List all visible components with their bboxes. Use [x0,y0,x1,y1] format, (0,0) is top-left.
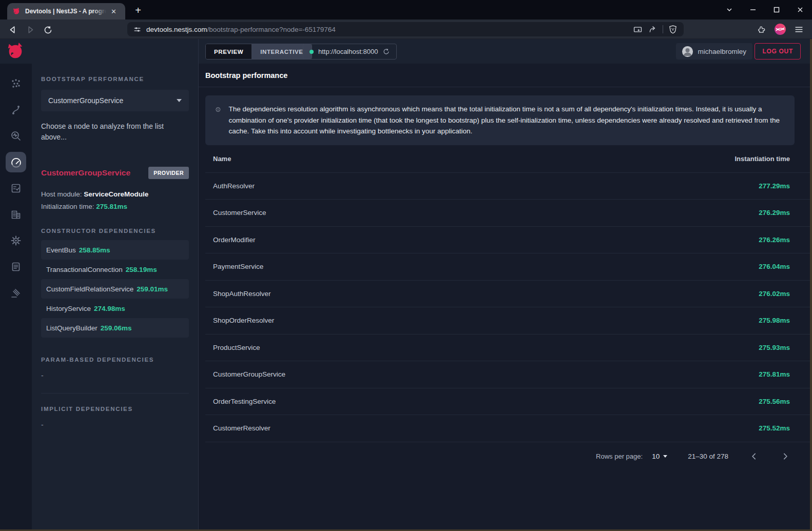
dependency-time: 259.01ms [137,285,168,293]
app-header: PREVIEW INTERACTIVE http://localhost:800… [0,39,810,64]
graph-nodes-icon[interactable] [6,73,26,94]
url-text: devtools.nestjs.com/bootstrap-performanc… [146,26,336,33]
row-time: 275.56ms [759,398,790,405]
node-select-value: CustomerGroupService [48,96,177,105]
dependency-item[interactable]: TransactionalConnection 258.19ms [41,260,189,279]
info-text: The dependencies resolution algorithm is… [229,104,784,137]
modules-icon[interactable] [6,204,26,225]
chevron-down-icon [177,99,182,102]
tab-close-icon[interactable]: ✕ [111,8,117,15]
implicit-deps-title: IMPLICIT DEPENDENCIES [41,406,189,412]
row-time: 276.02ms [759,290,790,298]
profile-avatar[interactable] [774,23,786,35]
implicit-deps-value: - [41,421,189,429]
table-row[interactable]: CustomerService 276.29ms [205,200,810,227]
checklist-icon[interactable] [6,178,26,199]
window-chevron-down-icon[interactable] [718,0,741,19]
panel-main-divider [198,39,199,529]
document-icon[interactable] [6,257,26,277]
row-name: CustomerService [213,209,266,217]
row-name: OrderTestingService [213,398,276,405]
brave-shield-icon[interactable] [668,25,678,34]
column-instantiation-time: Instantiation time [734,155,790,163]
toolbar-separator [663,25,663,33]
dependency-name: TransactionalConnection [46,266,123,273]
share-icon[interactable] [648,25,658,34]
menu-icon[interactable] [794,25,804,34]
row-time: 276.26ms [759,236,790,244]
row-name: ProductService [213,344,260,351]
row-name: OrderModifier [213,236,256,244]
browser-toolbar: devtools.nestjs.com/bootstrap-performanc… [0,19,812,39]
browser-tab[interactable]: Devtools | NestJS - A progressive ✕ [7,3,125,19]
node-select[interactable]: CustomerGroupService [41,90,189,111]
rows-per-page-select[interactable]: 10 [652,453,667,460]
back-icon[interactable] [6,23,20,36]
column-name: Name [213,155,231,163]
table-row[interactable]: OrderModifier 276.26ms [205,227,810,254]
row-name: CustomerGroupService [213,370,285,378]
param-deps-value: - [41,371,189,380]
dependency-item[interactable]: EventBus 258.85ms [41,240,189,260]
pagination: Rows per page: 10 21–30 of 278 [212,442,810,471]
dependency-time: 274.98ms [94,305,125,312]
connection-status-dot [310,50,314,54]
table-row[interactable]: CustomerGroupService 275.81ms [205,361,810,388]
row-time: 275.81ms [759,370,790,378]
performance-table: Name Instantiation time AuthResolver 277… [205,145,810,471]
browser-tab-strip: Devtools | NestJS - A progressive ✕ + [0,0,812,19]
user-avatar [682,46,693,57]
routes-icon[interactable] [6,100,26,120]
install-app-icon[interactable] [633,25,643,34]
table-row[interactable]: ShopOrderResolver 275.98ms [205,307,810,335]
gauge-icon[interactable] [6,152,26,172]
settings-gear-icon[interactable] [6,230,26,251]
extensions-icon[interactable] [757,25,766,34]
forward-icon[interactable] [24,23,37,36]
site-settings-icon[interactable] [133,26,141,33]
main-content: Bootstrap performance The dependencies r… [199,64,810,529]
row-name: AuthResolver [213,182,255,190]
dependency-name: ListQueryBuilder [46,324,98,332]
target-url-box[interactable]: http://localhost:8000 [303,44,397,60]
new-tab-button[interactable]: + [131,4,145,17]
dependency-time: 258.85ms [79,246,110,254]
table-row[interactable]: OrderTestingService 275.56ms [205,388,810,416]
window-maximize-icon[interactable] [765,0,788,19]
param-deps-title: PARAM-BASED DEPENDENCIES [41,357,189,363]
dependency-item[interactable]: ListQueryBuilder 259.06ms [41,318,189,338]
rows-per-page-label: Rows per page: [596,453,643,460]
table-row[interactable]: ProductService 275.93ms [205,335,810,362]
row-time: 276.29ms [759,209,790,217]
bootstrap-panel: BOOTSTRAP PERFORMANCE CustomerGroupServi… [32,64,198,529]
gavel-icon[interactable] [6,283,26,303]
url-bar[interactable]: devtools.nestjs.com/bootstrap-performanc… [127,22,684,36]
table-row[interactable]: CustomerResolver 275.52ms [205,415,810,442]
tab-preview[interactable]: PREVIEW [206,44,252,59]
row-time: 275.52ms [759,424,790,432]
table-row[interactable]: AuthResolver 277.29ms [205,173,810,200]
row-time: 275.93ms [759,344,790,351]
user-chip[interactable]: michaelbromley [676,43,752,60]
constructor-deps-list: EventBus 258.85ms TransactionalConnectio… [41,240,189,338]
table-row[interactable]: ShopAuthResolver 276.02ms [205,281,810,308]
next-page-icon[interactable] [780,451,790,462]
dependency-item[interactable]: CustomFieldRelationService 259.01ms [41,279,189,299]
window-minimize-icon[interactable] [741,0,765,19]
host-module-value: ServiceCoreModule [84,190,148,198]
tab-title: Devtools | NestJS - A progressive [25,8,106,15]
table-row[interactable]: PaymentService 276.04ms [205,253,810,281]
nav-rail [0,64,32,529]
provider-badge: PROVIDER [148,167,189,179]
logout-button[interactable]: LOG OUT [755,43,801,60]
window-close-icon[interactable] [788,0,812,19]
nestjs-logo [6,42,25,61]
reload-icon[interactable] [41,23,54,36]
search-insights-icon[interactable] [6,126,26,146]
dependency-item[interactable]: HistoryService 274.98ms [41,299,189,318]
table-header: Name Instantiation time [205,145,810,173]
constructor-deps-title: CONSTRUCTOR DEPENDENCIES [41,228,189,234]
panel-section-title: BOOTSTRAP PERFORMANCE [41,76,189,82]
refresh-icon[interactable] [382,48,390,55]
previous-page-icon[interactable] [749,451,759,462]
